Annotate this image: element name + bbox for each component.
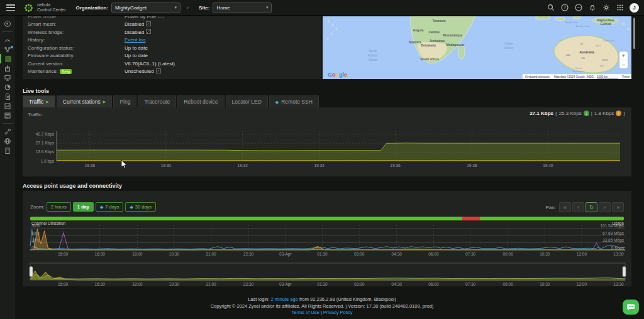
zoom-2-hours-button[interactable]: 2 hours [47, 202, 71, 212]
apps-grid-icon[interactable] [616, 4, 624, 12]
sidebar-item-report[interactable] [0, 92, 15, 101]
tab-traceroute[interactable]: Traceroute [138, 95, 176, 107]
pan-back-button[interactable]: ‹ [572, 202, 584, 212]
organization-icon [4, 147, 11, 154]
sidebar-item-globe[interactable] [0, 136, 15, 146]
tab-reboot-device[interactable]: Reboot device [177, 95, 224, 107]
ap-section-title: Access point usage and connectivity [23, 183, 122, 189]
traffic-total: 27.1 Kbps [530, 111, 553, 116]
sidebar-item-devices[interactable] [0, 54, 15, 63]
svg-text:03-Apr: 03-Apr [279, 252, 292, 257]
svg-text:27.1 Kbps: 27.1 Kbps [36, 141, 55, 146]
pan-fast-forward-button[interactable]: » [612, 202, 624, 212]
map-attribution-text[interactable]: Keyboard shortcuts [525, 75, 550, 78]
live-tools-tabs: Traffic▶Current stations▶PingTracerouteR… [23, 95, 319, 107]
map-label: Zimbabwe [430, 39, 445, 43]
map-label: Angola [413, 28, 424, 32]
zoom-1-day-button[interactable]: 1 day [73, 202, 94, 212]
svg-text:03:00: 03:00 [354, 252, 365, 256]
map-label: VIC [599, 65, 604, 68]
device-info-row: Smart mesh:Disabled [23, 21, 321, 29]
search-icon[interactable] [547, 4, 555, 12]
traffic-upload: 1.8 Kbps [594, 111, 614, 116]
map-label: WA [566, 53, 570, 57]
info-label: Smart mesh: [28, 21, 125, 27]
chevron-down-icon: ▾ [266, 5, 269, 10]
premium-diamond-icon: ◆ [100, 203, 103, 211]
privacy-policy-link[interactable]: Privacy Policy [323, 310, 353, 315]
live-tools-title: Live tools [23, 88, 49, 94]
edit-icon[interactable] [156, 68, 161, 75]
beta-badge: Beta [60, 69, 72, 74]
zoom-30-days-button[interactable]: ◆30 days [125, 202, 156, 212]
svg-text:16:30: 16:30 [95, 252, 106, 256]
page-scrollbar[interactable] [633, 18, 635, 49]
last-login-time-link[interactable]: 2 minute ago [270, 296, 297, 302]
map-attribution-text[interactable]: Terms [622, 75, 630, 78]
sidebar-item-topology[interactable] [0, 45, 15, 54]
user-avatar[interactable]: J [630, 3, 639, 13]
sidebar-item-dashboard[interactable] [0, 35, 15, 45]
download-arrow-icon: ↓ [584, 111, 589, 116]
svg-text:Channel Utilization: Channel Utilization [31, 221, 66, 225]
info-value: Up to date [125, 53, 148, 58]
feedback-icon[interactable] [574, 4, 582, 12]
range-navigator-chart[interactable]: 15:0016:3018:0019:3021:0022:3003-Apr01:3… [29, 261, 626, 288]
sidebar-item-usage-pie[interactable] [0, 82, 15, 92]
pan-forward-button[interactable]: › [599, 202, 611, 212]
map-label: Madagascar [447, 43, 465, 46]
map-label: Coral Sea [603, 39, 615, 42]
tab-remote-ssh[interactable]: ◆Remote SSH [269, 95, 319, 107]
connectivity-bar [30, 217, 624, 220]
map-label: Atlantic [368, 53, 379, 57]
map-zoom-in-button[interactable]: + [619, 51, 628, 60]
navigator-handle[interactable] [30, 267, 33, 277]
help-icon[interactable]: ? [560, 4, 569, 12]
pan-label: Pan: [546, 205, 556, 210]
sidebar-item-export[interactable] [0, 63, 15, 73]
svg-text:18:00: 18:00 [132, 252, 143, 256]
site-label: Site: [199, 5, 209, 11]
map-zoom-out-button[interactable]: − [619, 60, 628, 68]
sidebar-item-clients[interactable] [0, 73, 15, 82]
notification-dot [11, 46, 13, 48]
pan-fast-back-button[interactable]: « [559, 202, 571, 212]
tab-current-stations[interactable]: Current stations▶ [57, 95, 113, 107]
zoom-label: Zoom: [30, 204, 45, 210]
sidebar-item-analytics[interactable] [0, 101, 15, 111]
edit-icon[interactable] [146, 21, 151, 28]
info-label: Wireless bridge: [28, 30, 125, 35]
live-play-icon: ▶ [103, 96, 106, 108]
organization-dropdown[interactable]: MightyGadget▾ [111, 3, 180, 13]
pan-controls: Pan: «‹↻›» [546, 202, 624, 212]
tab-locator-led[interactable]: Locator LED [226, 95, 268, 107]
edit-icon[interactable] [158, 16, 164, 19]
zoom-7-days-button[interactable]: ◆7 days [96, 202, 124, 212]
info-value: V6.70(ACIL.1) (Latest) [125, 61, 175, 67]
svg-text:19:30: 19:30 [169, 252, 180, 256]
support-chat-button[interactable] [623, 300, 639, 315]
pan-reset-button[interactable]: ↻ [586, 202, 597, 212]
svg-text:03:00: 03:00 [354, 282, 365, 286]
location-map[interactable]: TanzaniaAngolaZambiaMozambiqueNamibiaZim… [323, 16, 631, 79]
svg-text:09:00: 09:00 [502, 282, 513, 286]
svg-text:67.69 Mbps: 67.69 Mbps [602, 231, 625, 236]
device-info-row: Maintenance:BetaUnscheduled [23, 68, 321, 76]
globe-icon [4, 138, 11, 145]
tab-traffic[interactable]: Traffic▶ [23, 95, 55, 107]
sidebar-item-organization[interactable] [0, 146, 15, 155]
menu-icon[interactable] [6, 4, 15, 11]
event-log-link[interactable]: Event log [125, 37, 145, 43]
tab-ping[interactable]: Ping [113, 95, 136, 107]
settings-gear-icon[interactable] [602, 4, 610, 12]
navigator-handle[interactable] [623, 267, 626, 277]
sidebar-item-tools[interactable] [0, 127, 15, 136]
map-label: Namibia [409, 40, 421, 44]
sidebar-item-logs[interactable] [0, 111, 15, 120]
notifications-bell-icon[interactable] [588, 4, 596, 12]
sidebar-item-compass[interactable] [0, 19, 15, 28]
edit-icon[interactable] [146, 29, 151, 35]
site-dropdown[interactable]: Home▾ [213, 3, 272, 13]
terms-of-use-link[interactable]: Terms of Use [291, 310, 319, 315]
svg-text:22:30: 22:30 [243, 252, 254, 256]
